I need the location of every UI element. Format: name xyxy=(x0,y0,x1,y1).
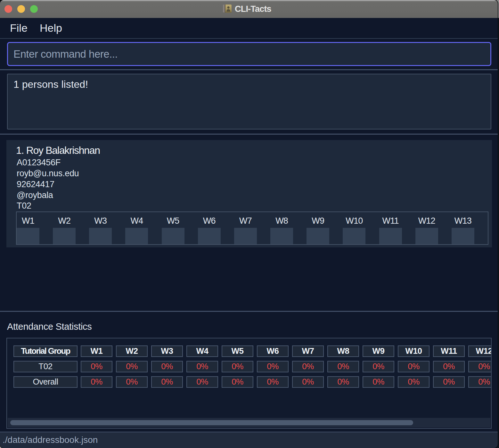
separator xyxy=(0,311,498,312)
week-attendance-cell[interactable] xyxy=(415,228,438,244)
table-header-row: Tutorial GroupW1W2W3W4W5W6W7W8W9W10W11W1… xyxy=(13,345,492,357)
horizontal-scrollbar-track[interactable] xyxy=(8,418,490,427)
attendance-table: Tutorial GroupW1W2W3W4W5W6W7W8W9W10W11W1… xyxy=(6,338,492,429)
table-cell: W5 xyxy=(222,345,253,357)
table-cell: W7 xyxy=(292,345,324,357)
command-input[interactable] xyxy=(7,42,491,66)
week-column: W2 xyxy=(53,212,89,244)
status-bar: ./data/addressbook.json xyxy=(0,432,498,448)
table-cell: 0% xyxy=(151,361,183,372)
week-label: W8 xyxy=(270,216,293,226)
table-cell: 0% xyxy=(222,361,253,372)
result-text: 1 persons listed! xyxy=(8,74,491,94)
menubar: File Help xyxy=(0,18,498,39)
table-cell: 0% xyxy=(327,361,359,372)
table-cell: Tutorial Group xyxy=(13,345,78,357)
person-attendance-weeks: W1W2W3W4W5W6W7W8W9W10W11W12W13 xyxy=(16,212,488,245)
week-label: W2 xyxy=(53,216,76,226)
week-column: W3 xyxy=(89,212,125,244)
table-cell: T02 xyxy=(13,361,78,372)
week-attendance-cell[interactable] xyxy=(270,228,293,244)
week-column: W8 xyxy=(270,212,307,244)
week-attendance-cell[interactable] xyxy=(17,228,39,244)
week-column: W4 xyxy=(125,212,161,244)
week-label: W3 xyxy=(89,216,112,226)
result-display[interactable]: 1 persons listed! xyxy=(7,74,491,129)
separator xyxy=(0,69,498,70)
week-attendance-cell[interactable] xyxy=(198,228,221,244)
title-group: CLI-Tacts xyxy=(0,0,498,18)
week-attendance-cell[interactable] xyxy=(307,228,329,244)
week-attendance-cell[interactable] xyxy=(162,228,184,244)
week-label: W13 xyxy=(452,216,474,226)
table-cell: 0% xyxy=(257,376,289,388)
person-card[interactable]: 1. Roy Balakrishnan A0123456F royb@u.nus… xyxy=(6,140,492,247)
week-column: W1 xyxy=(17,212,53,244)
table-cell: 0% xyxy=(327,376,359,388)
table-row: T020%0%0%0%0%0%0%0%0%0%0%0% xyxy=(13,361,492,372)
table-cell: 0% xyxy=(116,376,148,388)
week-label: W7 xyxy=(234,216,257,226)
table-cell: 0% xyxy=(363,361,394,372)
week-label: W12 xyxy=(415,216,438,226)
table-cell: 0% xyxy=(468,361,492,372)
table-cell: 0% xyxy=(151,376,183,388)
person-student-id: A0123456F xyxy=(17,157,61,168)
week-attendance-cell[interactable] xyxy=(452,228,474,244)
table-cell: 0% xyxy=(433,376,465,388)
table-cell: 0% xyxy=(81,361,112,372)
table-cell: 0% xyxy=(398,361,429,372)
table-cell: 0% xyxy=(222,376,253,388)
table-cell: W8 xyxy=(327,345,359,357)
table-cell: 0% xyxy=(398,376,429,388)
week-attendance-cell[interactable] xyxy=(234,228,257,244)
app-window: CLI-Tacts File Help 1 persons listed! 1.… xyxy=(0,0,498,448)
week-label: W5 xyxy=(162,216,184,226)
table-cell: 0% xyxy=(363,376,394,388)
table-cell: W6 xyxy=(257,345,289,357)
table-cell: 0% xyxy=(81,376,112,388)
table-cell: W4 xyxy=(186,345,218,357)
week-column: W7 xyxy=(234,212,270,244)
week-column: W13 xyxy=(452,212,488,244)
table-cell: W12 xyxy=(468,345,492,357)
week-attendance-cell[interactable] xyxy=(125,228,148,244)
window-title: CLI-Tacts xyxy=(235,0,271,18)
table-row: Overall0%0%0%0%0%0%0%0%0%0%0%0% xyxy=(13,376,492,388)
horizontal-scrollbar-thumb[interactable] xyxy=(10,420,413,425)
table-cell: W3 xyxy=(151,345,183,357)
table-cell: 0% xyxy=(433,361,465,372)
menu-file[interactable]: File xyxy=(10,18,28,38)
week-column: W10 xyxy=(343,212,379,244)
table-cell: 0% xyxy=(292,376,324,388)
person-telegram: @roybala xyxy=(17,190,53,201)
titlebar[interactable]: CLI-Tacts xyxy=(0,0,498,18)
week-label: W11 xyxy=(379,216,402,226)
week-attendance-cell[interactable] xyxy=(379,228,402,244)
week-label: W9 xyxy=(307,216,329,226)
week-attendance-cell[interactable] xyxy=(53,228,76,244)
table-cell: W11 xyxy=(433,345,465,357)
table-cell: Overall xyxy=(13,376,78,388)
table-cell: W10 xyxy=(398,345,429,357)
week-label: W6 xyxy=(198,216,221,226)
week-label: W4 xyxy=(125,216,148,226)
menu-help[interactable]: Help xyxy=(40,18,62,38)
week-column: W12 xyxy=(415,212,452,244)
data-file-path: ./data/addressbook.json xyxy=(3,432,98,447)
person-tutorial-group: T02 xyxy=(17,200,31,211)
week-column: W11 xyxy=(379,212,415,244)
week-attendance-cell[interactable] xyxy=(89,228,112,244)
week-column: W9 xyxy=(307,212,343,244)
person-phone: 92624417 xyxy=(17,179,54,190)
table-cell: 0% xyxy=(468,376,492,388)
table-cell: W9 xyxy=(363,345,394,357)
address-book-icon xyxy=(223,4,232,13)
person-email: royb@u.nus.edu xyxy=(17,168,79,179)
table-cell: W1 xyxy=(81,345,112,357)
week-column: W6 xyxy=(198,212,234,244)
week-attendance-cell[interactable] xyxy=(343,228,365,244)
week-label: W10 xyxy=(343,216,365,226)
attendance-statistics-title: Attendance Statistics xyxy=(7,321,92,332)
table-cell: 0% xyxy=(292,361,324,372)
